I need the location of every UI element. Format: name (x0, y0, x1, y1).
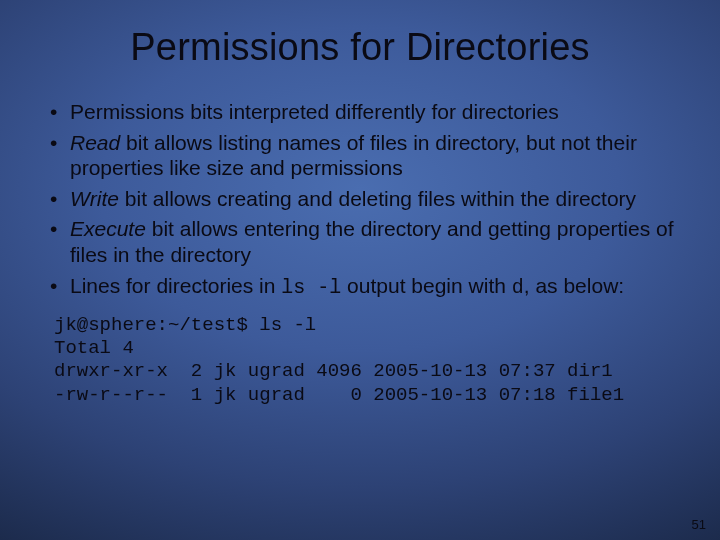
terminal-line: Total 4 (54, 337, 678, 360)
bullet-text: output begin with (341, 274, 511, 297)
bullet-em: Read (70, 131, 120, 154)
page-number: 51 (692, 517, 706, 532)
bullet-text: bit allows entering the directory and ge… (70, 217, 674, 266)
terminal-line: drwxr-xr-x 2 jk ugrad 4096 2005-10-13 07… (54, 360, 678, 383)
slide-body: Permissions bits interpreted differently… (0, 83, 720, 407)
bullet-item: Lines for directories in ls -l output be… (42, 273, 678, 300)
bullet-text: , as below: (524, 274, 624, 297)
terminal-line: jk@sphere:~/test$ ls -l (54, 314, 678, 337)
terminal-line: -rw-r--r-- 1 jk ugrad 0 2005-10-13 07:18… (54, 384, 678, 407)
bullet-em: Write (70, 187, 119, 210)
bullet-text: bit allows creating and deleting files w… (119, 187, 636, 210)
bullet-item: Permissions bits interpreted differently… (42, 99, 678, 125)
slide-title: Permissions for Directories (0, 0, 720, 83)
terminal-output: jk@sphere:~/test$ ls -lTotal 4drwxr-xr-x… (42, 314, 678, 407)
bullet-code: d (512, 276, 524, 299)
bullet-item: Execute bit allows entering the director… (42, 216, 678, 267)
bullet-code: ls -l (281, 276, 341, 299)
bullet-em: Execute (70, 217, 146, 240)
bullet-text: bit allows listing names of files in dir… (70, 131, 637, 180)
bullet-text: Permissions bits interpreted differently… (70, 100, 559, 123)
bullet-list: Permissions bits interpreted differently… (42, 99, 678, 300)
bullet-item: Write bit allows creating and deleting f… (42, 186, 678, 212)
bullet-item: Read bit allows listing names of files i… (42, 130, 678, 181)
slide: Permissions for Directories Permissions … (0, 0, 720, 540)
bullet-text: Lines for directories in (70, 274, 281, 297)
